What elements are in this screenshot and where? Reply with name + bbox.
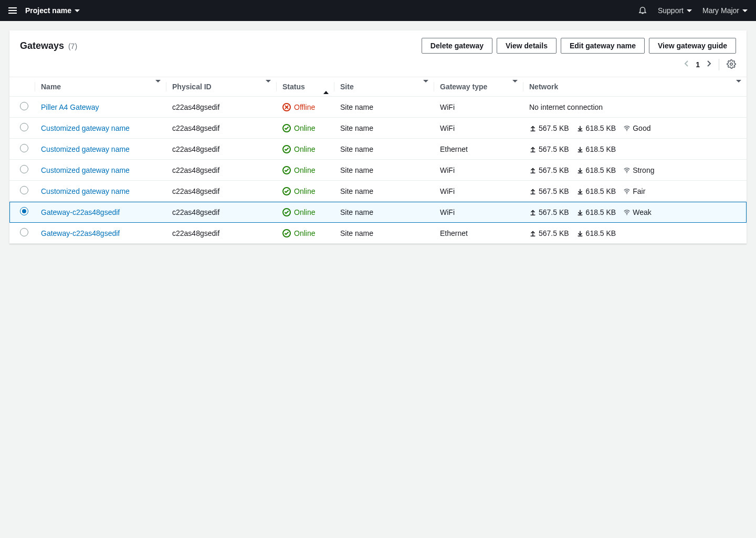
top-nav: Project name Support Mary Major — [0, 0, 756, 21]
gateway-name-link[interactable]: Gateway-c22as48gsedif — [41, 229, 120, 237]
prev-page-button[interactable] — [684, 60, 689, 69]
support-label: Support — [658, 6, 684, 15]
gateways-table: Name Physical ID Status Site Gateway typ… — [9, 77, 747, 244]
site-name: Site name — [334, 160, 434, 181]
upload-stat: 567.5 KB — [529, 229, 569, 237]
sort-icon — [155, 82, 161, 91]
notifications-icon[interactable] — [638, 5, 647, 16]
gateway-type: Ethernet — [434, 139, 523, 160]
signal-strength: Weak — [623, 208, 652, 216]
network-cell: 567.5 KB618.5 KB — [523, 223, 747, 244]
site-name: Site name — [334, 202, 434, 223]
download-stat: 618.5 KB — [576, 145, 616, 153]
gateway-name-link[interactable]: Customized gateway name — [41, 145, 130, 153]
divider — [719, 59, 719, 70]
table-row[interactable]: Customized gateway namec22as48gsedifOnli… — [9, 139, 747, 160]
user-dropdown[interactable]: Mary Major — [702, 6, 748, 15]
network-cell: 567.5 KB618.5 KBGood — [523, 118, 747, 139]
network-cell: 567.5 KB618.5 KBWeak — [523, 202, 747, 223]
row-select-radio[interactable] — [20, 144, 28, 152]
physical-id: c22as48gsedif — [166, 160, 276, 181]
gateways-panel: Gateways (7) Delete gateway View details… — [9, 30, 747, 244]
col-network-label: Network — [529, 82, 558, 91]
download-icon — [576, 209, 584, 216]
gateway-name-link[interactable]: Customized gateway name — [41, 124, 130, 132]
col-status[interactable]: Status — [276, 77, 334, 97]
row-select-radio[interactable] — [20, 102, 28, 110]
col-name-label: Name — [41, 82, 61, 91]
row-select-radio[interactable] — [20, 165, 28, 173]
x-circle-icon — [282, 103, 291, 111]
delete-gateway-button[interactable]: Delete gateway — [422, 38, 492, 54]
col-gateway-type[interactable]: Gateway type — [434, 77, 523, 97]
physical-id: c22as48gsedif — [166, 139, 276, 160]
status-badge: Online — [282, 124, 328, 132]
download-stat: 618.5 KB — [576, 208, 616, 216]
check-circle-icon — [282, 208, 291, 216]
caret-down-icon — [75, 9, 80, 12]
gateway-type: WiFi — [434, 118, 523, 139]
status-badge: Online — [282, 208, 328, 216]
title-text: Gateways — [20, 40, 64, 51]
upload-stat: 567.5 KB — [529, 124, 569, 132]
gateway-type: WiFi — [434, 97, 523, 118]
network-cell: 567.5 KB618.5 KBStrong — [523, 160, 747, 181]
table-row[interactable]: Customized gateway namec22as48gsedifOnli… — [9, 160, 747, 181]
title-count: (7) — [68, 42, 77, 50]
row-select-radio[interactable] — [20, 207, 28, 215]
pagination: 1 — [684, 60, 711, 69]
gateway-name-link[interactable]: Customized gateway name — [41, 166, 130, 174]
upload-stat: 567.5 KB — [529, 145, 569, 153]
signal-strength: Strong — [623, 166, 654, 174]
settings-icon[interactable] — [727, 59, 736, 70]
gateway-type: Ethernet — [434, 223, 523, 244]
page-title: Gateways (7) — [20, 40, 77, 51]
edit-gateway-name-button[interactable]: Edit gateway name — [561, 38, 645, 54]
wifi-icon — [623, 188, 631, 195]
col-type-label: Gateway type — [440, 82, 487, 91]
col-name[interactable]: Name — [35, 77, 166, 97]
check-circle-icon — [282, 145, 291, 153]
status-badge: Online — [282, 166, 328, 174]
row-select-radio[interactable] — [20, 228, 28, 236]
row-select-radio[interactable] — [20, 123, 28, 131]
wifi-icon — [623, 167, 631, 174]
row-select-radio[interactable] — [20, 186, 28, 194]
next-page-button[interactable] — [706, 60, 711, 69]
site-name: Site name — [334, 97, 434, 118]
table-row[interactable]: Gateway-c22as48gsedifc22as48gsedifOnline… — [9, 223, 747, 244]
view-gateway-guide-button[interactable]: View gateway guide — [649, 38, 736, 54]
upload-icon — [529, 167, 537, 174]
physical-id: c22as48gsedif — [166, 118, 276, 139]
col-physical-id[interactable]: Physical ID — [166, 77, 276, 97]
physical-id: c22as48gsedif — [166, 97, 276, 118]
view-details-button[interactable]: View details — [497, 38, 556, 54]
table-row[interactable]: Customized gateway namec22as48gsedifOnli… — [9, 181, 747, 202]
page-number: 1 — [696, 60, 700, 69]
table-row[interactable]: Gateway-c22as48gsedifc22as48gsedifOnline… — [9, 202, 747, 223]
sort-icon — [512, 82, 518, 91]
user-label: Mary Major — [702, 6, 739, 15]
col-site[interactable]: Site — [334, 77, 434, 97]
signal-strength: Fair — [623, 187, 645, 195]
download-icon — [576, 188, 584, 195]
network-cell: No internet connection — [523, 97, 747, 118]
hamburger-icon[interactable] — [8, 7, 17, 14]
support-dropdown[interactable]: Support — [658, 6, 692, 15]
upload-stat: 567.5 KB — [529, 187, 569, 195]
table-row[interactable]: Customized gateway namec22as48gsedifOnli… — [9, 118, 747, 139]
panel-header: Gateways (7) Delete gateway View details… — [9, 30, 747, 59]
project-dropdown[interactable]: Project name — [25, 6, 80, 15]
gateway-name-link[interactable]: Piller A4 Gateway — [41, 103, 99, 111]
caret-down-icon — [742, 9, 748, 12]
check-circle-icon — [282, 166, 291, 174]
site-name: Site name — [334, 118, 434, 139]
col-network[interactable]: Network — [523, 77, 747, 97]
upload-icon — [529, 125, 537, 132]
gateway-name-link[interactable]: Gateway-c22as48gsedif — [41, 208, 120, 216]
sort-icon — [736, 82, 741, 91]
gateway-name-link[interactable]: Customized gateway name — [41, 187, 130, 195]
upload-stat: 567.5 KB — [529, 208, 569, 216]
table-row[interactable]: Piller A4 Gatewayc22as48gsedifOfflineSit… — [9, 97, 747, 118]
check-circle-icon — [282, 229, 291, 237]
